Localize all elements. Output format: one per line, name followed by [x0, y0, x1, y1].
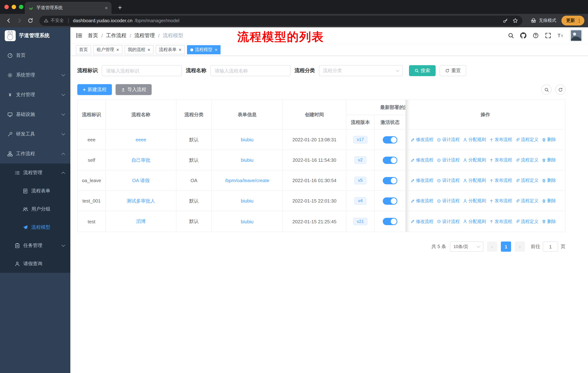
sidebar-item-process-model[interactable]: 流程模型: [0, 218, 70, 236]
tab-close-icon[interactable]: ×: [105, 5, 108, 10]
view-tag-1[interactable]: 租户管理×: [93, 45, 122, 54]
active-toggle[interactable]: [383, 156, 397, 164]
breadcrumb-item[interactable]: 流程管理: [135, 32, 155, 39]
op-design-link[interactable]: 设计流程: [437, 157, 460, 163]
view-tag-2[interactable]: 我的流程×: [125, 45, 153, 54]
form-link[interactable]: biubiu: [241, 198, 253, 204]
view-tag-0[interactable]: 首页: [76, 45, 91, 54]
process-name-link[interactable]: eeee: [136, 137, 146, 142]
goto-page-input[interactable]: [543, 242, 558, 252]
help-icon[interactable]: [533, 32, 539, 39]
op-edit-link[interactable]: 修改流程: [410, 137, 433, 143]
op-delete-link[interactable]: 删除: [542, 198, 556, 204]
sidebar-item-system-mgmt[interactable]: 系统管理: [0, 65, 70, 85]
sidebar-item-process-form[interactable]: 流程表单: [0, 182, 70, 200]
active-toggle[interactable]: [383, 177, 397, 184]
github-icon[interactable]: [520, 32, 526, 39]
import-process-button[interactable]: 导入流程: [116, 84, 152, 95]
op-design-link[interactable]: 设计流程: [437, 177, 460, 184]
op-design-link[interactable]: 设计流程: [437, 218, 460, 225]
op-definition-link[interactable]: 流程定义: [515, 218, 538, 225]
prev-page-button[interactable]: ‹: [487, 242, 497, 252]
op-delete-link[interactable]: 删除: [542, 177, 556, 184]
process-name-link[interactable]: OA 请假: [132, 177, 149, 184]
op-design-link[interactable]: 设计流程: [437, 137, 460, 143]
op-assign-link[interactable]: 分配规则: [463, 218, 486, 225]
sidebar-item-dev-tools[interactable]: 研发工具: [0, 124, 70, 144]
sidebar-item-payment-mgmt[interactable]: ¥支付管理: [0, 85, 70, 105]
op-publish-link[interactable]: 发布流程: [489, 137, 512, 143]
sidebar-item-leave-query[interactable]: 请假查询: [0, 255, 70, 273]
op-assign-link[interactable]: 分配规则: [463, 177, 486, 184]
op-definition-link[interactable]: 流程定义: [515, 177, 538, 184]
active-toggle[interactable]: [383, 136, 397, 143]
close-window-button[interactable]: [4, 5, 9, 9]
reset-button[interactable]: 重置: [440, 65, 466, 76]
toggle-search-button[interactable]: [541, 84, 552, 95]
sidebar-item-infrastructure[interactable]: 基础设施: [0, 105, 70, 124]
sidebar-item-workflow[interactable]: 工作流程: [0, 144, 70, 163]
op-assign-link[interactable]: 分配规则: [463, 198, 486, 204]
font-size-icon[interactable]: TT: [557, 32, 564, 39]
op-publish-link[interactable]: 发布流程: [489, 157, 512, 163]
op-publish-link[interactable]: 发布流程: [489, 177, 512, 184]
refresh-table-button[interactable]: [555, 84, 565, 95]
op-edit-link[interactable]: 修改流程: [410, 177, 433, 184]
form-link[interactable]: /bpm/oa/leave/create: [225, 178, 269, 183]
page-size-select[interactable]: 10条/页: [450, 242, 483, 252]
form-link[interactable]: biubiu: [241, 219, 253, 224]
active-toggle[interactable]: [383, 197, 397, 204]
collapse-sidebar-icon[interactable]: [76, 32, 83, 39]
process-name-link[interactable]: 自己审批: [131, 157, 150, 163]
op-publish-link[interactable]: 发布流程: [489, 198, 512, 204]
bookmark-star-icon[interactable]: [513, 18, 518, 23]
sidebar-item-process-mgmt[interactable]: 流程管理: [0, 163, 70, 182]
op-definition-link[interactable]: 流程定义: [515, 157, 538, 163]
view-tag-4[interactable]: 流程模型×: [187, 45, 221, 54]
security-label[interactable]: 不安全: [51, 18, 64, 24]
search-icon[interactable]: [508, 32, 514, 39]
sidebar-item-home[interactable]: 首页: [0, 46, 70, 65]
form-link[interactable]: biubiu: [241, 157, 253, 163]
filter-id-input[interactable]: [102, 65, 182, 76]
filter-name-input[interactable]: [210, 65, 291, 76]
tag-close-icon[interactable]: ×: [215, 47, 217, 52]
op-edit-link[interactable]: 修改流程: [410, 218, 433, 225]
sidebar-item-task-mgmt[interactable]: 任务管理: [0, 236, 70, 255]
op-definition-link[interactable]: 流程定义: [515, 198, 538, 204]
back-button[interactable]: [4, 16, 13, 25]
minimize-window-button[interactable]: [12, 5, 16, 9]
next-page-button[interactable]: ›: [515, 242, 525, 252]
maximize-window-button[interactable]: [19, 5, 23, 9]
op-definition-link[interactable]: 流程定义: [515, 137, 538, 143]
new-tab-button[interactable]: +: [115, 3, 125, 12]
app-logo[interactable]: 芋道管理系统: [0, 27, 70, 44]
process-name-link[interactable]: 滔博: [136, 218, 146, 225]
fullscreen-icon[interactable]: [545, 32, 551, 39]
op-assign-link[interactable]: 分配规则: [463, 157, 486, 163]
menu-dots-icon[interactable]: [577, 18, 582, 23]
tag-close-icon[interactable]: ×: [179, 47, 181, 52]
form-link[interactable]: biubiu: [241, 137, 253, 142]
create-process-button[interactable]: + 新建流程: [77, 84, 112, 95]
process-name-link[interactable]: 测试多审批人: [127, 198, 155, 204]
view-tag-3[interactable]: 流程表单×: [156, 45, 185, 54]
address-bar[interactable]: 不安全 dashboard.yudao.iocoder.cn/bpm/manag…: [39, 15, 522, 26]
forward-button[interactable]: [15, 16, 24, 25]
breadcrumb-item[interactable]: 首页: [88, 32, 98, 39]
op-edit-link[interactable]: 修改流程: [410, 198, 433, 204]
active-toggle[interactable]: [383, 218, 397, 225]
reload-button[interactable]: [26, 16, 35, 25]
op-delete-link[interactable]: 删除: [542, 157, 556, 163]
op-assign-link[interactable]: 分配规则: [463, 137, 486, 143]
user-avatar[interactable]: [570, 29, 583, 42]
op-edit-link[interactable]: 修改流程: [410, 157, 433, 163]
op-publish-link[interactable]: 发布流程: [489, 218, 512, 225]
sidebar-item-user-group[interactable]: 用户分组: [0, 200, 70, 218]
op-delete-link[interactable]: 删除: [542, 218, 556, 225]
page-1-button[interactable]: 1: [501, 242, 511, 252]
breadcrumb-item[interactable]: 工作流程: [106, 32, 126, 39]
browser-tab[interactable]: 芋道管理系统 ×: [25, 2, 112, 14]
op-design-link[interactable]: 设计流程: [437, 198, 460, 204]
search-button[interactable]: 搜索: [409, 65, 436, 76]
